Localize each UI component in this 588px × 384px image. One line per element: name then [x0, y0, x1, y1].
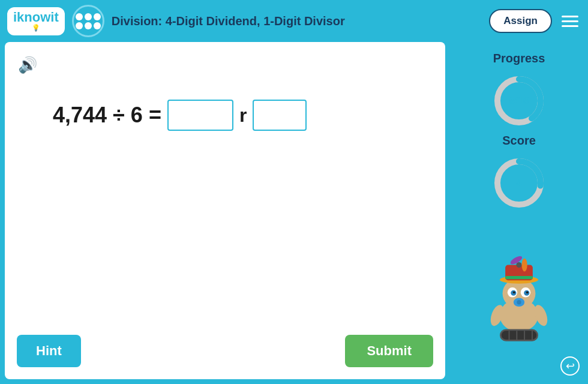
nav-icon[interactable]: ↩ — [560, 356, 580, 376]
dots-icon — [76, 13, 101, 29]
score-donut: 4 — [492, 156, 546, 210]
logo-bulb: 💡 — [32, 24, 40, 32]
submit-button[interactable]: Submit — [345, 335, 433, 367]
equals: = — [149, 103, 161, 128]
assign-button[interactable]: Assign — [489, 9, 552, 33]
content-area: 🔊 4,744 ÷ 6 = r Hint Submit — [5, 42, 445, 379]
answer-input[interactable] — [167, 100, 233, 131]
logo-text: iknowit — [13, 11, 59, 24]
lesson-title: Division: 4-Digit Dividend, 1-Digit Divi… — [112, 14, 482, 28]
main-container: 🔊 4,744 ÷ 6 = r Hint Submit Progress 6/1… — [0, 42, 588, 384]
sidebar: Progress 6/15 Score 4 — [450, 42, 588, 384]
robot-area — [477, 221, 561, 374]
remainder-label: r — [239, 104, 247, 127]
progress-value: 6/15 — [509, 95, 529, 107]
menu-button[interactable] — [559, 13, 581, 29]
operator: ÷ — [113, 103, 125, 128]
bottom-buttons: Hint Submit — [17, 335, 433, 367]
score-value: 4 — [516, 177, 521, 189]
equation-area: 4,744 ÷ 6 = r — [53, 100, 433, 131]
header: iknowit 💡 Division: 4-Digit Dividend, 1-… — [0, 0, 588, 42]
lesson-icon — [72, 5, 104, 37]
svg-rect-23 — [502, 331, 537, 340]
sound-button[interactable]: 🔊 — [17, 54, 38, 76]
dividend: 4,744 — [53, 103, 107, 128]
progress-donut: 6/15 — [492, 74, 546, 128]
svg-point-9 — [516, 262, 521, 268]
sound-icon: 🔊 — [18, 56, 37, 74]
robot-illustration — [477, 250, 561, 346]
progress-label: Progress — [493, 52, 545, 65]
divisor: 6 — [131, 103, 143, 128]
svg-point-11 — [522, 259, 527, 272]
hint-button[interactable]: Hint — [17, 335, 81, 367]
svg-point-19 — [517, 300, 521, 304]
svg-point-16 — [513, 291, 515, 293]
svg-point-17 — [526, 291, 529, 293]
logo: iknowit 💡 — [7, 7, 65, 35]
svg-rect-8 — [505, 276, 533, 279]
remainder-input[interactable] — [253, 100, 307, 131]
score-label: Score — [502, 134, 536, 148]
nav-arrow-icon: ↩ — [566, 359, 575, 373]
